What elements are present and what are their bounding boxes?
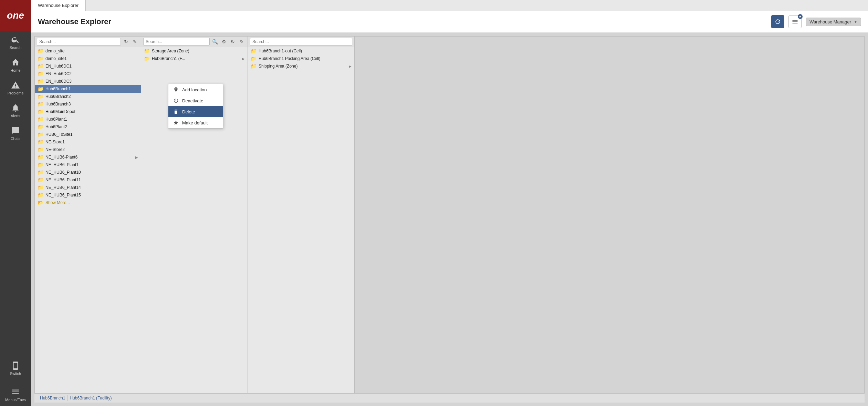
list-item[interactable]: 📁NE_HUB6_Plant11 [35, 176, 141, 184]
folder-icon: 📁 [38, 147, 43, 152]
explorer-container: ↻ ✎ 📁demo_site 📁demo_site1 📁EN_Hub6DC1 📁… [34, 36, 865, 393]
sidebar-item-search[interactable]: Search [0, 31, 31, 54]
list-item[interactable]: 📁Hub6Branch1-out (Cell) [248, 47, 354, 55]
add-location-icon [173, 87, 179, 92]
list-item[interactable]: 📁Hub6Plant2 [35, 123, 141, 131]
show-more-item[interactable]: 📂Show More... [35, 199, 141, 206]
list-item[interactable]: 📁NE_HUB6_Plant14 [35, 184, 141, 191]
user-role-dropdown[interactable]: Warehouse Manager ▼ [806, 18, 861, 26]
list-item[interactable]: 📁NE_HUB6_Plant15 [35, 191, 141, 199]
list-item[interactable]: 📁EN_Hub6DC2 [35, 70, 141, 78]
logo-text: one [7, 10, 24, 21]
folder-icon: 📁 [38, 139, 43, 145]
context-add-location[interactable]: Add location [168, 84, 223, 95]
sidebar-item-menus[interactable]: Menus/Favs [0, 383, 31, 406]
folder-icon: 📁 [38, 71, 43, 77]
list-item[interactable]: 📁Hub6Branch1 (F...▶ [141, 55, 248, 62]
list-item[interactable]: 📁Shipping Area (Zone)▶ [248, 62, 354, 70]
sidebar-item-alerts[interactable]: Alerts [0, 99, 31, 122]
search-icon [11, 35, 20, 44]
explorer-column-3: 📁Hub6Branch1-out (Cell) 📁Hub6Branch1 Pac… [248, 36, 355, 393]
context-menu: Add location Deactivate Delete Make defa… [168, 84, 223, 129]
sidebar-switch-label: Switch [10, 372, 21, 376]
list-item[interactable]: 📁NE_HUB6_Plant10 [35, 169, 141, 176]
list-item[interactable]: 📁EN_Hub6DC3 [35, 78, 141, 85]
sidebar-menus-label: Menus/Favs [5, 398, 26, 402]
sidebar-search-label: Search [10, 45, 22, 50]
column1-toolbar: ↻ ✎ [35, 37, 141, 47]
show-more-icon: 📂 [38, 200, 43, 205]
refresh-icon [774, 18, 781, 25]
tab-warehouse-explorer[interactable]: Warehouse Explorer [31, 0, 86, 11]
list-item[interactable]: 📁demo_site1 [35, 55, 141, 62]
column2-edit-btn[interactable]: ✎ [238, 38, 245, 45]
folder-icon: 📁 [38, 192, 43, 198]
context-add-location-label: Add location [182, 87, 207, 92]
list-item[interactable]: 📁NE-Store1 [35, 138, 141, 146]
page-header: Warehouse Explorer Warehouse Manager ▼ [31, 11, 868, 33]
tab-bar: Warehouse Explorer [31, 0, 868, 11]
column1-refresh-btn[interactable]: ↻ [122, 38, 130, 45]
sidebar: one Search Home Problems Alerts Chats Sw… [0, 0, 31, 406]
list-item[interactable]: 📁Hub6Branch3 [35, 100, 141, 108]
list-item[interactable]: 📁demo_site [35, 47, 141, 55]
context-delete[interactable]: Delete [168, 106, 223, 117]
breadcrumb-bar: Hub6Branch1 Hub6Branch1 (Facility) [34, 393, 865, 403]
context-deactivate-label: Deactivate [182, 98, 203, 103]
sidebar-home-label: Home [10, 68, 20, 72]
breadcrumb-item-1[interactable]: Hub6Branch1 [38, 395, 67, 401]
list-item[interactable]: 📁Storage Area (Zone) [141, 47, 248, 55]
list-item-selected[interactable]: 📁Hub6Branch1 [35, 85, 141, 93]
folder-icon: 📁 [38, 162, 43, 168]
column1-search-input[interactable] [37, 38, 121, 45]
column1-edit-btn[interactable]: ✎ [131, 38, 139, 45]
folder-icon: 📁 [38, 56, 43, 61]
folder-icon: 📁 [144, 48, 150, 54]
folder-icon: 📁 [38, 48, 43, 54]
star-icon [173, 120, 179, 125]
context-deactivate[interactable]: Deactivate [168, 95, 223, 106]
app-logo[interactable]: one [0, 0, 31, 31]
context-make-default[interactable]: Make default [168, 117, 223, 128]
main-area: Warehouse Explorer Warehouse Explorer Wa… [31, 0, 868, 406]
list-item[interactable]: 📁NE_HUB6_Plant1 [35, 161, 141, 169]
sidebar-item-chats[interactable]: Chats [0, 122, 31, 145]
menu-icon [11, 387, 20, 396]
list-item[interactable]: 📁Hub6Branch2 [35, 93, 141, 100]
breadcrumb-item-2[interactable]: Hub6Branch1 (Facility) [67, 395, 114, 401]
folder-icon: 📁 [251, 56, 257, 61]
menu-button[interactable] [788, 15, 802, 28]
content-area: ↻ ✎ 📁demo_site 📁demo_site1 📁EN_Hub6DC1 📁… [31, 33, 868, 406]
column2-search-input[interactable] [143, 38, 210, 45]
explorer-column-4 [355, 36, 865, 393]
column3-search-input[interactable] [250, 38, 352, 45]
list-item[interactable]: 📁NE-Store2 [35, 146, 141, 153]
sidebar-item-home[interactable]: Home [0, 54, 31, 77]
folder-icon: 📁 [251, 48, 257, 54]
list-item[interactable]: 📁Hub6Plant1 [35, 115, 141, 123]
expand-arrow: ▶ [135, 155, 138, 159]
list-item[interactable]: 📁HUB6_ToSite1 [35, 131, 141, 138]
chat-icon [11, 126, 20, 135]
column1-items: 📁demo_site 📁demo_site1 📁EN_Hub6DC1 📁EN_H… [35, 47, 141, 393]
sidebar-item-switch[interactable]: Switch [0, 357, 31, 380]
list-item[interactable]: 📁NE_HUB6-Plant6▶ [35, 153, 141, 161]
power-icon [173, 98, 179, 103]
column2-settings-btn[interactable]: ⚙ [220, 38, 228, 45]
sidebar-chats-label: Chats [11, 136, 21, 141]
expand-arrow-3: ▶ [349, 64, 352, 68]
column2-refresh-btn[interactable]: ↻ [229, 38, 237, 45]
list-item[interactable]: 📁Hub6Branch1 Packing Area (Cell) [248, 55, 354, 62]
warning-icon [11, 81, 20, 90]
list-item[interactable]: 📁EN_Hub6DC1 [35, 62, 141, 70]
sidebar-item-problems[interactable]: Problems [0, 77, 31, 99]
refresh-button[interactable] [771, 15, 784, 28]
folder-icon: 📁 [38, 86, 43, 92]
delete-icon [173, 109, 179, 114]
column2-search-btn[interactable]: 🔍 [211, 38, 219, 45]
list-item[interactable]: 📁Hub6MainDepot [35, 108, 141, 115]
folder-icon: 📁 [38, 79, 43, 84]
home-icon [11, 58, 20, 67]
folder-icon: 📁 [38, 109, 43, 114]
bell-icon [11, 103, 20, 112]
